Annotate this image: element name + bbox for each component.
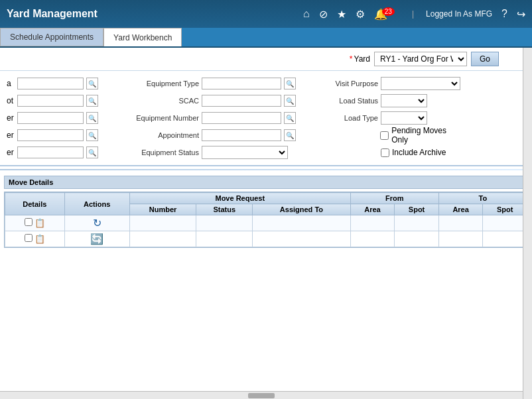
row-checkbox-1[interactable] [25, 218, 33, 226]
col-header-to-area: Area [438, 204, 483, 215]
lookup-btn-er1[interactable]: 🔍 [86, 112, 98, 124]
scroll-thumb[interactable] [248, 393, 275, 398]
load-type-select[interactable] [381, 111, 427, 125]
vertical-scrollbar[interactable] [523, 48, 532, 399]
equipment-type-lookup[interactable]: 🔍 [284, 78, 296, 89]
tab-schedule-appointments[interactable]: Schedule Appointments [0, 28, 103, 46]
details-icon-2[interactable]: 📋 [34, 234, 45, 244]
from-spot-cell-2 [395, 231, 439, 247]
lookup-btn-a[interactable]: 🔍 [86, 78, 98, 89]
number-cell-2 [129, 231, 196, 247]
col-header-actions: Actions [64, 193, 129, 215]
action-icon-1[interactable]: ↻ [93, 217, 101, 229]
lookup-btn-er2[interactable]: 🔍 [86, 129, 98, 141]
table-row: 📋 ↻ [5, 215, 527, 231]
notification-badge: 23 [382, 7, 395, 16]
app-title: Yard Management [7, 8, 98, 20]
filter-label-er2: er [7, 131, 15, 140]
filter-input-er2[interactable] [17, 129, 84, 141]
to-area-cell-2 [438, 231, 483, 247]
filter-row-4: er 🔍 [7, 128, 122, 142]
lookup-btn-er3[interactable]: 🔍 [86, 146, 98, 158]
load-type-row: Load Type [325, 111, 464, 125]
equipment-type-row: Equipment Type 🔍 [126, 76, 318, 91]
equipment-number-row: Equipment Number 🔍 [126, 111, 318, 125]
appointment-label: Appointment [126, 131, 199, 139]
equipment-status-select[interactable] [202, 146, 288, 159]
filter-row-1: a 🔍 [7, 76, 122, 91]
to-spot-cell-2 [483, 231, 527, 247]
scac-input[interactable] [202, 95, 281, 107]
col-header-status: Status [196, 204, 253, 215]
pending-moves-row: Pending Moves Only [325, 128, 464, 142]
tab-yard-workbench[interactable]: Yard Workbench [103, 28, 182, 46]
yard-label: Yard [354, 54, 370, 64]
yard-select[interactable]: RY1 - Yard Org For W1 [374, 52, 467, 66]
status-cell-1 [196, 215, 253, 231]
actions-cell-1: ↻ [64, 215, 129, 231]
help-icon[interactable]: ? [501, 8, 507, 20]
include-archive-checkbox[interactable] [381, 148, 389, 157]
header-divider: | [412, 9, 414, 19]
action-icon-2[interactable]: 🔄 [90, 233, 103, 245]
move-details-table: Details Actions Move Request From To Num… [5, 192, 527, 247]
pending-moves-checkbox[interactable] [380, 131, 389, 140]
col-group-from: From [350, 193, 438, 204]
equipment-number-input[interactable] [202, 112, 281, 124]
section-divider [0, 169, 532, 170]
settings-icon[interactable]: ⚙ [356, 8, 365, 21]
col-header-to-spot: Spot [483, 204, 527, 215]
filter-row-5: er 🔍 [7, 145, 122, 160]
logout-icon[interactable]: ↪ [517, 8, 525, 21]
filter-input-er3[interactable] [17, 146, 84, 158]
assigned-cell-2 [253, 231, 351, 247]
appointment-lookup[interactable]: 🔍 [284, 129, 296, 141]
go-button[interactable]: Go [471, 52, 499, 66]
table-row: 📋 🔄 [5, 231, 527, 247]
scac-row: SCAC 🔍 [126, 93, 318, 108]
visit-purpose-select[interactable] [381, 77, 460, 90]
col-header-from-area: Area [350, 204, 395, 215]
col-header-from-spot: Spot [395, 204, 439, 215]
load-status-label: Load Status [325, 97, 378, 105]
move-details-section: Move Details Details Actions Move Reques… [0, 173, 532, 251]
visit-purpose-label: Visit Purpose [325, 80, 378, 87]
filter-section: a 🔍 ot 🔍 er 🔍 er 🔍 [0, 71, 532, 166]
header: Yard Management ⌂ ⊘ ★ ⚙ 🔔23 | Logged In … [0, 0, 532, 28]
pending-moves-label: Pending Moves Only [391, 126, 464, 144]
to-area-cell-1 [438, 215, 483, 231]
scac-lookup[interactable]: 🔍 [284, 95, 296, 107]
appointment-input[interactable] [202, 129, 281, 141]
col-header-details: Details [5, 193, 65, 215]
horizontal-scrollbar[interactable] [0, 391, 523, 399]
bell-icon[interactable]: 🔔23 [374, 8, 400, 21]
details-icon-1[interactable]: 📋 [34, 218, 45, 228]
header-icons: ⌂ ⊘ ★ ⚙ 🔔23 | Logged In As MFG ? ↪ [303, 8, 525, 21]
col-group-move-request: Move Request [129, 193, 350, 204]
home-icon[interactable]: ⌂ [303, 8, 310, 20]
load-status-row: Load Status [325, 93, 464, 108]
star-icon[interactable]: ★ [337, 8, 346, 21]
assigned-cell-1 [253, 215, 351, 231]
load-status-select[interactable] [381, 94, 427, 107]
lookup-btn-ot[interactable]: 🔍 [86, 95, 98, 107]
scac-label: SCAC [126, 97, 199, 105]
equipment-number-lookup[interactable]: 🔍 [284, 112, 296, 124]
yard-required-marker: * [350, 54, 353, 64]
filter-label-a: a [7, 79, 15, 88]
row-checkbox-2[interactable] [25, 234, 33, 242]
equipment-type-input[interactable] [202, 78, 281, 89]
col-header-number: Number [129, 204, 196, 215]
from-area-cell-1 [350, 215, 395, 231]
filter-input-er1[interactable] [17, 112, 84, 124]
number-cell-1 [129, 215, 196, 231]
load-type-label: Load Type [325, 114, 378, 122]
filter-row-2: ot 🔍 [7, 93, 122, 108]
filter-input-a[interactable] [17, 78, 84, 89]
filter-input-ot[interactable] [17, 95, 84, 107]
from-area-cell-2 [350, 231, 395, 247]
col-group-to: To [438, 193, 527, 204]
include-archive-row: Include Archive [325, 145, 464, 160]
history-icon[interactable]: ⊘ [319, 8, 328, 21]
visit-purpose-row: Visit Purpose [325, 76, 464, 91]
